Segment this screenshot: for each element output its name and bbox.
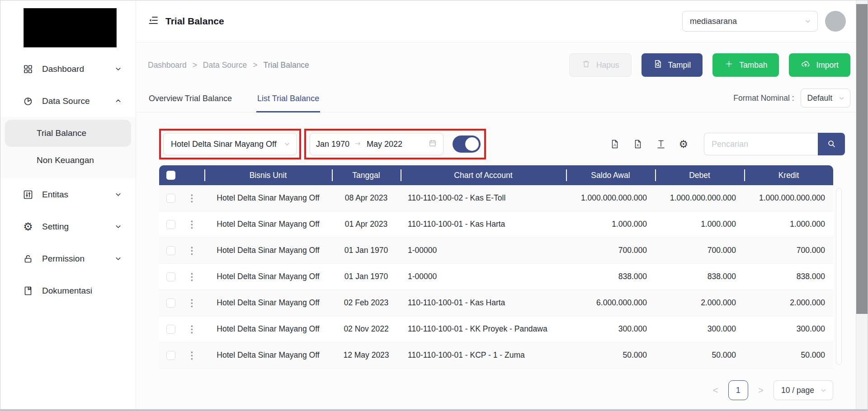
sidebar-item-dokumentasi[interactable]: Dokumentasi [0,275,136,307]
cell-debet: 2.000.000 [655,290,744,316]
table-tools: A x ⚙ [609,133,845,155]
row-menu-kebab-icon[interactable]: ⋮ [187,193,197,204]
sidebar-item-label: Non Keuangan [37,155,94,165]
cell-saldo-awal: 6.000.000.000 [566,290,655,316]
table-header: Bisnis Unit Tanggal Chart of Account Sal… [159,165,833,185]
toggle-knob [465,137,479,151]
row-menu-kebab-icon[interactable]: ⋮ [187,219,197,230]
format-nominal-label: Format Nominal : [733,93,794,103]
sidebar-item-entitas[interactable]: Entitas [0,178,136,210]
breadcrumb: Dashboard > Data Source > Trial Balance [148,61,309,70]
row-checkbox[interactable] [166,220,175,229]
sidebar-item-label: Trial Balance [37,128,86,138]
export-excel-icon[interactable]: x [632,139,643,149]
business-unit-select[interactable]: Hotel Delta Sinar Mayang Off [163,133,297,155]
workspace-select[interactable]: mediasarana [682,11,818,32]
tab-list-trial-balance[interactable]: List Trial Balance [256,94,320,112]
data-source-submenu: Trial Balance Non Keuangan [0,117,136,178]
tampil-button-label: Tampil [668,61,691,70]
table-scrollbar[interactable] [836,188,842,365]
range-arrow-icon [354,140,362,149]
export-pdf-icon[interactable]: A [609,139,620,149]
search-button[interactable] [818,133,845,155]
sidebar-item-data-source[interactable]: Data Source [0,85,136,117]
cloud-upload-icon [801,59,811,71]
next-page-arrow[interactable]: > [758,385,764,396]
row-checkbox[interactable] [166,194,175,203]
pagination: < 1 > 10 / page [159,380,833,400]
row-menu-kebab-icon[interactable]: ⋮ [187,298,197,308]
cell-chart-of-account: 1-00000 [401,264,566,290]
date-end-value: May 2022 [367,140,402,149]
hapus-button[interactable]: Hapus [569,53,632,77]
cell-chart-of-account: 110-110-100-01 - Kas Harta [401,290,566,316]
cell-debet: 700.000 [655,238,744,263]
row-menu-kebab-icon[interactable]: ⋮ [187,271,197,282]
tambah-button[interactable]: Tambah [712,53,779,77]
tab-overview-trial-balance[interactable]: Overview Trial Balance [148,94,233,112]
cell-debet: 50.000 [655,342,744,368]
breadcrumb-data-source[interactable]: Data Source [203,61,247,70]
action-buttons: Hapus Tampil Tambah Import [569,53,850,77]
format-nominal: Format Nominal : Default [733,89,850,112]
import-button[interactable]: Import [789,53,850,77]
sidebar-item-setting[interactable]: ⚙ Setting [0,210,136,243]
row-menu-kebab-icon[interactable]: ⋮ [187,245,197,256]
breadcrumb-separator: > [253,61,257,70]
table-settings-gear-icon[interactable]: ⚙ [679,139,688,149]
row-menu-kebab-icon[interactable]: ⋮ [187,324,197,335]
unlock-icon [22,253,34,264]
chevron-down-icon [804,17,812,25]
row-checkbox[interactable] [166,351,175,360]
sidebar-item-permission[interactable]: Permission [0,243,136,275]
topbar-right: mediasarana [682,11,846,32]
date-range-picker[interactable]: Jan 1970 May 2022 [310,133,443,155]
sidebar-item-trial-balance[interactable]: Trial Balance [5,120,131,147]
cell-debet: 1.000.000.000.000 [655,185,744,211]
breadcrumb-separator: > [193,61,197,70]
company-logo [24,8,117,47]
cell-saldo-awal: 838.000 [566,264,655,290]
sidebar-item-label: Permission [42,254,85,264]
format-nominal-select[interactable]: Default [801,89,850,107]
avatar[interactable] [825,11,846,32]
cell-kredit: 700.000 [744,238,833,263]
row-checkbox[interactable] [166,325,175,334]
cell-kredit: 1.000.000.000.000 [744,185,833,211]
tampil-button[interactable]: Tampil [642,53,703,77]
search-input[interactable] [704,133,818,155]
chevron-down-icon [820,387,827,394]
cell-saldo-awal: 700.000 [566,238,655,263]
breadcrumb-dashboard[interactable]: Dashboard [148,61,187,70]
row-menu-kebab-icon[interactable]: ⋮ [187,350,197,361]
document-bookmark-icon [22,285,34,296]
row-checkbox[interactable] [166,246,175,255]
row-checkbox[interactable] [166,299,175,308]
select-all-checkbox[interactable] [166,171,175,180]
cell-debet: 1.000.000 [655,211,744,237]
cell-tanggal: 01 Apr 2023 [332,211,401,237]
table-row: ⋮ Hotel Delta Sinar Mayang Off 08 Apr 20… [159,185,833,211]
page-size-select[interactable]: 10 / page [774,380,833,400]
page-number-button[interactable]: 1 [728,380,748,400]
sidebar-item-dashboard[interactable]: Dashboard [0,53,136,85]
window-scrollbar-thumb[interactable] [856,4,868,314]
menu-fold-icon[interactable] [148,15,159,28]
sidebar-nav: Dashboard Data Source Trial Balance Non … [0,53,136,307]
toggle-switch[interactable] [453,135,481,153]
window-scrollbar[interactable] [856,0,868,409]
row-checkbox[interactable] [166,272,175,281]
chevron-down-icon [114,191,122,198]
cell-tanggal: 02 Feb 2023 [332,290,401,316]
tabs-row: Overview Trial Balance List Trial Balanc… [136,77,868,112]
column-height-icon[interactable] [656,139,666,149]
sidebar-item-non-keuangan[interactable]: Non Keuangan [0,147,136,174]
cell-saldo-awal: 50.000 [566,342,655,368]
cell-saldo-awal: 1.000.000.000.000 [566,185,655,211]
cell-saldo-awal: 300.000 [566,316,655,342]
prev-page-arrow[interactable]: < [712,385,718,396]
annotation-box-business-unit: Hotel Delta Sinar Mayang Off [159,129,301,159]
cell-bisnis-unit: Hotel Delta Sinar Mayang Off [204,264,332,290]
svg-text:x: x [637,142,639,147]
cell-bisnis-unit: Hotel Delta Sinar Mayang Off [204,211,332,237]
